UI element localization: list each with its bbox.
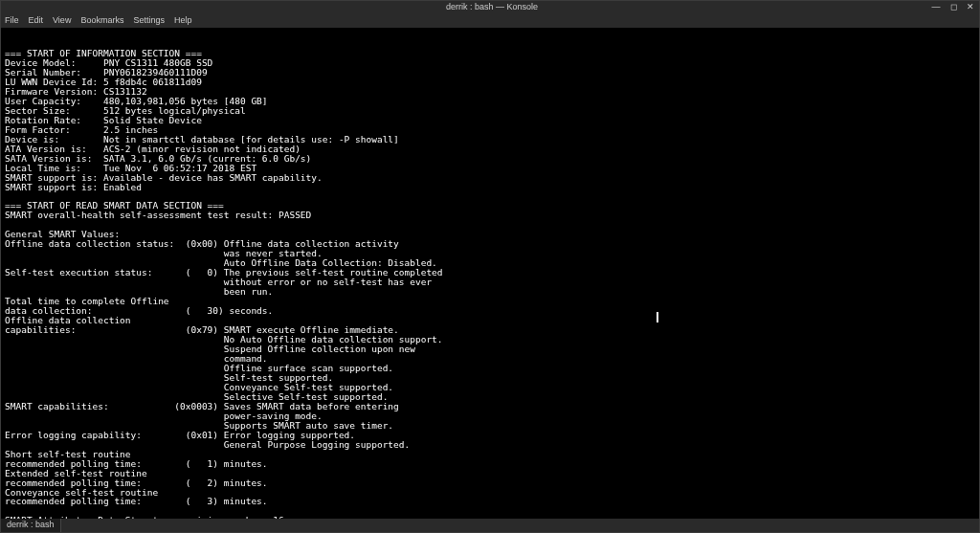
terminal-line: recommended polling time: ( 3) minutes. [5, 496, 268, 506]
terminal-line: SMART overall-health self-assessment tes… [5, 210, 311, 220]
menu-view[interactable]: View [53, 16, 71, 25]
menu-settings[interactable]: Settings [133, 16, 165, 25]
tab-label: derrik : bash [7, 521, 55, 529]
menu-help[interactable]: Help [174, 16, 192, 25]
close-icon[interactable]: ✕ [966, 3, 975, 12]
menu-file[interactable]: File [5, 16, 19, 25]
menu-edit[interactable]: Edit [29, 16, 44, 25]
window-title: derrik : bash — Konsole [53, 3, 931, 11]
terminal-output[interactable]: === START OF INFORMATION SECTION === Dev… [1, 28, 979, 519]
maximize-icon[interactable]: ◻ [948, 3, 958, 12]
menubar: File Edit View Bookmarks Settings Help [1, 14, 979, 28]
terminal-line: SMART support is: Enabled [5, 182, 142, 192]
tab-active[interactable]: derrik : bash [1, 519, 61, 532]
text-cursor-icon [657, 312, 658, 322]
tabbar: derrik : bash [1, 519, 979, 532]
menu-bookmarks[interactable]: Bookmarks [80, 16, 123, 25]
titlebar: derrik : bash — Konsole — ◻ ✕ [1, 1, 979, 14]
minimize-icon[interactable]: — [931, 3, 941, 12]
